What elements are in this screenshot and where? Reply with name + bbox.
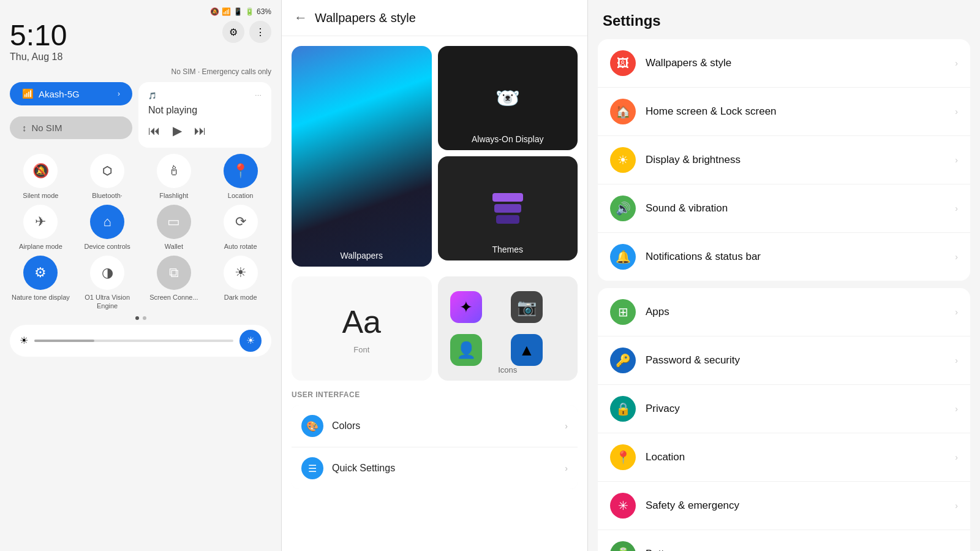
wallpaper-thumb-themes[interactable]: Themes — [438, 156, 578, 260]
wallet-icon[interactable]: ▭ — [157, 205, 191, 239]
wifi-arrow: › — [118, 89, 120, 98]
brightness-track[interactable] — [34, 340, 233, 342]
battery-icon: 🔋 — [245, 7, 254, 16]
homescreen-text: Home screen & Lock screen — [646, 105, 955, 118]
icons-label: Icons — [438, 365, 578, 374]
screen-connect-label: Screen Conne... — [149, 294, 198, 302]
wifi-name: Akash-5G — [39, 89, 80, 99]
font-aa-text: Aa — [342, 303, 381, 340]
silent-label: Silent mode — [23, 192, 58, 200]
media-card: 🎵 ⋯ Not playing ⏮ ▶ ⏭ — [138, 82, 271, 148]
airplane-icon[interactable]: ✈ — [23, 205, 58, 239]
wallpaper-thumb-font[interactable]: Aa Font — [292, 276, 432, 381]
notifications-icon: 🔔 — [610, 244, 636, 270]
bluetooth-icon[interactable]: ⬡ — [90, 154, 124, 188]
nature-tone-icon[interactable]: ⚙ — [23, 256, 58, 290]
notifications-chevron: › — [955, 252, 958, 262]
play-btn[interactable]: ▶ — [173, 123, 182, 138]
font-label: Font — [353, 345, 369, 354]
gradient-bg — [292, 46, 432, 267]
quick-settings-item[interactable]: ☰ Quick Settings › — [292, 447, 578, 489]
colors-item[interactable]: 🎨 Colors › — [292, 405, 578, 447]
settings-icon-btn[interactable]: ⚙ — [222, 21, 244, 43]
app-icon-4: ▲ — [511, 334, 543, 366]
dark-mode-icon[interactable]: ☀ — [224, 256, 258, 290]
colors-icon: 🎨 — [301, 415, 323, 437]
tile-location: 📍 Location — [209, 154, 271, 200]
brightness-settings-btn[interactable]: ☀ — [239, 330, 262, 352]
settings-password[interactable]: 🔑 Password & security › — [598, 336, 970, 385]
wifi-icon-btn: 📶 — [22, 88, 34, 99]
tile-autorotate: ⟳ Auto rotate — [209, 205, 271, 251]
tile-bluetooth: ⬡ Bluetooth· — [77, 154, 138, 200]
settings-notifications[interactable]: 🔔 Notifications & status bar › — [598, 233, 970, 281]
settings-sound[interactable]: 🔊 Sound & vibration › — [598, 184, 970, 233]
settings-display[interactable]: ☀ Display & brightness › — [598, 136, 970, 184]
date-display: Thu, Aug 18 — [10, 51, 67, 63]
wallpapers-icon: 🖼 — [610, 50, 636, 76]
vision-engine-icon[interactable]: ◑ — [90, 256, 124, 290]
tile-dark-mode: ☀ Dark mode — [209, 256, 271, 310]
next-btn[interactable]: ⏭ — [194, 124, 206, 138]
settings-group-1: 🖼 Wallpapers & style › 🏠 Home screen & L… — [598, 39, 970, 281]
prev-btn[interactable]: ⏮ — [148, 124, 160, 138]
settings-privacy[interactable]: 🔒 Privacy › — [598, 385, 970, 433]
homescreen-icon: 🏠 — [610, 99, 636, 124]
time-display: 5:10 — [10, 21, 67, 50]
screen-connect-icon[interactable]: ⧉ — [157, 256, 191, 290]
wallpapers-text: Wallpapers & style — [646, 57, 955, 69]
settings-location[interactable]: 📍 Location › — [598, 433, 970, 482]
themes-label: Themes — [438, 245, 578, 254]
sim-status: No SIM · Emergency calls only — [10, 67, 271, 76]
wallpaper-thumb-gradient[interactable]: Wallpapers — [292, 46, 432, 267]
flashlight-icon[interactable]: 🕯 — [157, 154, 191, 188]
nature-tone-label: Nature tone display — [12, 294, 70, 302]
privacy-text: Privacy — [646, 403, 955, 415]
pagination-dots — [10, 316, 271, 320]
settings-group-2: ⊞ Apps › 🔑 Password & security › 🔒 Priva… — [598, 288, 970, 551]
display-chevron: › — [955, 155, 958, 165]
wifi-button[interactable]: 📶 Akash-5G › — [10, 82, 132, 105]
safety-icon: ✳ — [610, 493, 636, 519]
wallpaper-thumb-aod[interactable]: 🐻‍❄️ Always-On Display — [438, 46, 578, 150]
settings-battery[interactable]: 🔋 Battery › — [598, 530, 970, 551]
settings-apps[interactable]: ⊞ Apps › — [598, 288, 970, 336]
settings-main-list: 🖼 Wallpapers & style › 🏠 Home screen & L… — [588, 39, 980, 551]
settings-title: Settings — [603, 12, 661, 29]
autorotate-icon[interactable]: ⟳ — [224, 205, 258, 239]
vision-engine-label: O1 Ultra Vision Engine — [77, 294, 138, 310]
status-bar-right: 🔕 📶 📱 🔋 63% — [210, 7, 271, 16]
wallpaper-thumb-icons[interactable]: ✦ 📷 👤 ▲ Icons — [438, 276, 578, 381]
more-options-btn[interactable]: ⋮ — [249, 21, 271, 43]
device-controls-icon[interactable]: ⌂ — [90, 205, 124, 239]
location-icon[interactable]: 📍 — [224, 154, 258, 188]
tile-wallet: ▭ Wallet — [143, 205, 205, 251]
brightness-bar[interactable]: ☀ ☀ — [10, 325, 271, 357]
tile-nature-tone: ⚙ Nature tone display — [10, 256, 72, 310]
media-app-icon: 🎵 — [148, 92, 157, 100]
settings-safety[interactable]: ✳ Safety & emergency › — [598, 482, 970, 530]
ui-settings-list: 🎨 Colors › ☰ Quick Settings › — [292, 405, 578, 489]
password-text: Password & security — [646, 354, 955, 367]
tile-silent: 🔕 Silent mode — [10, 154, 72, 200]
app-icon-2: 📷 — [511, 291, 543, 323]
media-more-icon[interactable]: ⋯ — [255, 92, 262, 100]
settings-header: Settings — [588, 0, 980, 39]
autorotate-label: Auto rotate — [224, 243, 257, 251]
dark-mode-label: Dark mode — [224, 294, 257, 302]
quick-tiles: 🔕 Silent mode ⬡ Bluetooth· 🕯 Flashlight … — [10, 154, 271, 310]
not-playing-text: Not playing — [148, 105, 262, 116]
battery-percent: 63% — [257, 7, 271, 16]
settings-wallpapers[interactable]: 🖼 Wallpapers & style › — [598, 39, 970, 88]
colors-text: Colors — [332, 420, 565, 431]
safety-chevron: › — [955, 501, 958, 511]
aod-label: Always-On Display — [438, 134, 578, 144]
wallet-label: Wallet — [165, 243, 183, 251]
silent-icon[interactable]: 🔕 — [23, 154, 58, 188]
location-text: Location — [646, 451, 955, 463]
theme-layer-2 — [494, 204, 521, 213]
sim-button[interactable]: ↕ No SIM — [10, 116, 132, 139]
sim-icon: 📱 — [233, 7, 243, 16]
back-button[interactable]: ← — [294, 10, 307, 26]
settings-homescreen[interactable]: 🏠 Home screen & Lock screen › — [598, 88, 970, 136]
